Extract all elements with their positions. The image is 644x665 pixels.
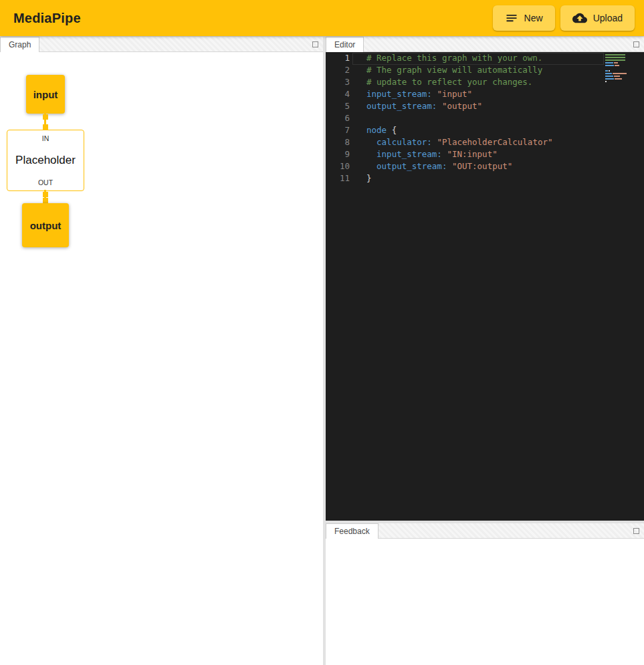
new-button-label: New (524, 13, 543, 23)
line-number: 6 (326, 113, 352, 125)
code-line[interactable]: input_stream: "input" (352, 89, 604, 101)
graph-panel-header: Graph (0, 37, 323, 52)
line-number: 2 (326, 65, 352, 77)
editor-code-area[interactable]: # Replace this graph with your own.# The… (352, 53, 604, 185)
code-line[interactable]: # The graph view will automatically (352, 65, 604, 77)
line-number: 8 (326, 137, 352, 149)
line-number: 3 (326, 77, 352, 89)
minimap-line (605, 59, 629, 61)
graph-node-placeholder[interactable]: IN Placeholder OUT (7, 130, 84, 191)
app-window: MediaPipe New Upload Graph input (0, 0, 644, 665)
code-line[interactable]: calculator: "PlaceholderCalculator" (352, 137, 604, 149)
code-line[interactable]: output_stream: "output" (352, 101, 604, 113)
feedback-panel: Feedback (326, 523, 644, 665)
output-port-square[interactable] (43, 114, 48, 120)
in-port-label: IN (42, 134, 49, 142)
code-line[interactable] (352, 113, 604, 125)
minimap-line (605, 57, 629, 58)
node-label: output (30, 220, 62, 231)
line-number: 9 (326, 149, 352, 161)
code-line[interactable]: } (352, 173, 604, 185)
new-button[interactable]: New (493, 5, 555, 31)
maximize-icon[interactable] (633, 528, 639, 534)
line-number: 5 (326, 101, 352, 113)
node-label: Placeholder (15, 154, 76, 167)
line-number: 10 (326, 161, 352, 173)
graph-node-output[interactable]: output (22, 203, 69, 247)
minimap-line (605, 65, 629, 66)
code-line[interactable]: output_stream: "OUT:output" (352, 161, 604, 173)
minimap-line (605, 81, 629, 82)
header-actions: New Upload (493, 5, 635, 31)
line-number: 4 (326, 89, 352, 101)
code-line[interactable]: # update to reflect your changes. (352, 77, 604, 89)
minimap-line (605, 76, 629, 77)
app-title: MediaPipe (13, 11, 81, 26)
code-line[interactable]: input_stream: "IN:input" (352, 149, 604, 161)
line-number: 1 (326, 53, 352, 65)
graph-canvas[interactable]: input IN Placeholder OUT output (0, 68, 323, 665)
line-number: 7 (326, 125, 352, 137)
minimap-line (605, 78, 629, 80)
line-number: 11 (326, 173, 352, 185)
input-port-square[interactable] (43, 124, 48, 130)
editor-panel: Editor 1234567891011 # Replace this grap… (326, 37, 644, 521)
code-editor[interactable]: 1234567891011 # Replace this graph with … (326, 52, 644, 521)
feedback-content (326, 539, 644, 665)
node-label: input (33, 89, 58, 100)
maximize-icon[interactable] (633, 41, 639, 47)
maximize-icon[interactable] (312, 41, 318, 47)
minimap-line (605, 62, 629, 63)
graph-node-input[interactable]: input (26, 75, 65, 114)
minimap-line (605, 68, 629, 69)
output-port-square[interactable] (43, 192, 48, 197)
tab-feedback[interactable]: Feedback (326, 523, 379, 539)
header-bar: MediaPipe New Upload (0, 0, 644, 36)
minimap-line (605, 70, 629, 72)
cloud-upload-icon (572, 11, 587, 25)
minimap-line (605, 73, 629, 74)
editor-minimap[interactable] (605, 54, 629, 84)
editor-gutter: 1234567891011 (326, 53, 352, 185)
code-line[interactable]: # Replace this graph with your own. (352, 53, 604, 65)
input-port-square[interactable] (43, 198, 48, 203)
feedback-panel-header: Feedback (326, 523, 644, 539)
upload-button[interactable]: Upload (560, 5, 635, 31)
tab-graph[interactable]: Graph (0, 37, 39, 52)
graph-panel: Graph input IN Placeholder OUT output (0, 37, 323, 665)
out-port-label: OUT (38, 178, 53, 186)
upload-button-label: Upload (593, 13, 623, 23)
code-line[interactable]: node { (352, 125, 604, 137)
editor-panel-header: Editor (326, 37, 644, 52)
minimap-line (605, 54, 629, 55)
menu-icon (505, 11, 518, 25)
tab-editor[interactable]: Editor (326, 37, 364, 52)
